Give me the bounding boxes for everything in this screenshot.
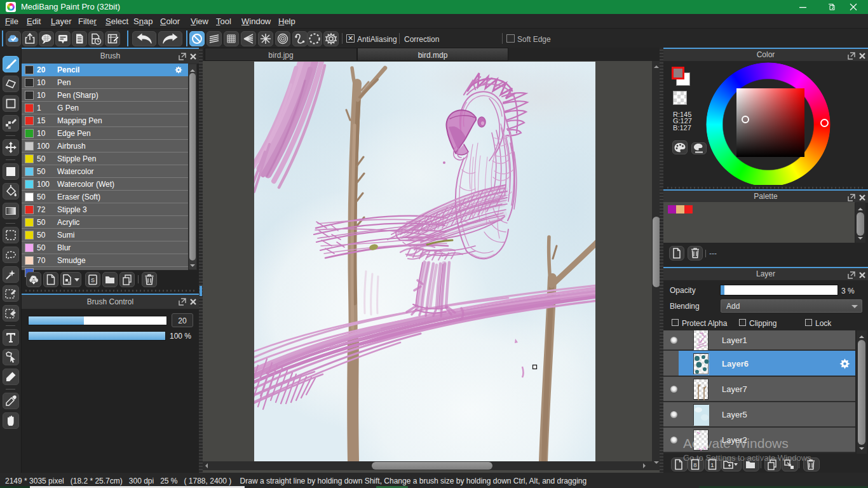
- svg-text:S: S: [91, 277, 95, 283]
